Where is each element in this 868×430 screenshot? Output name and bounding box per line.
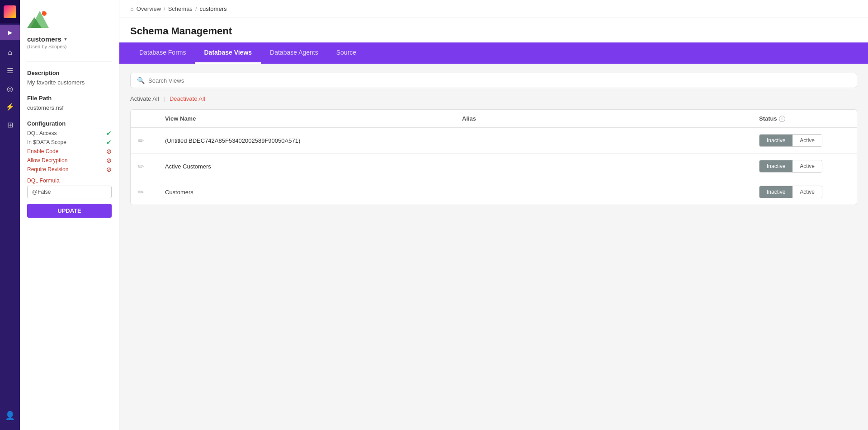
slash-icon-enable: ⊘ bbox=[106, 148, 112, 155]
view-name-row-1: (Untitled BDEC742A85F53402002589F90050A5… bbox=[165, 137, 462, 144]
dql-formula-label: DQL Formula bbox=[27, 178, 112, 184]
far-navigation: ▶ ⌂ ☰ ◎ ⚡ ⊞ 👤 bbox=[0, 0, 20, 430]
active-btn-row-2[interactable]: Active bbox=[793, 160, 822, 172]
inactive-btn-row-3[interactable]: Inactive bbox=[760, 186, 793, 198]
inactive-btn-row-2[interactable]: Inactive bbox=[760, 160, 793, 172]
grid-icon: ⊞ bbox=[7, 121, 13, 129]
slash-icon-decryption: ⊘ bbox=[106, 157, 112, 164]
config-allow-decryption: Allow Decryption ⊘ bbox=[27, 157, 112, 164]
breadcrumb-sep-2: / bbox=[195, 5, 197, 12]
status-toggle-row-3: Inactive Active bbox=[759, 186, 822, 198]
table-row: ✏ Active Customers Inactive Active bbox=[131, 154, 857, 179]
col-header-status: Status i bbox=[759, 115, 849, 122]
col-header-view-name: View Name bbox=[165, 115, 462, 122]
view-name-row-2: Active Customers bbox=[165, 163, 462, 170]
action-separator: | bbox=[164, 95, 165, 102]
breadcrumb-overview[interactable]: Overview bbox=[137, 5, 161, 12]
config-data-scope-label: In $DATA Scope bbox=[27, 139, 66, 145]
search-icon: 🔍 bbox=[137, 77, 145, 84]
left-sidebar: customers ▼ (Used by Scopes) Description… bbox=[20, 0, 119, 430]
schema-subtitle: (Used by Scopes) bbox=[27, 44, 112, 49]
tab-database-agents[interactable]: Database Agents bbox=[261, 42, 327, 64]
divider-1 bbox=[27, 61, 112, 61]
schema-icon bbox=[27, 7, 52, 33]
configuration-title: Configuration bbox=[27, 120, 112, 127]
tab-bar: Database Forms Database Views Database A… bbox=[119, 42, 868, 64]
active-btn-row-3[interactable]: Active bbox=[793, 186, 822, 198]
sidebar-item-home[interactable]: ⌂ bbox=[0, 43, 20, 61]
config-require-revision-label: Require Revision bbox=[27, 166, 68, 173]
circle-icon: ◎ bbox=[7, 84, 13, 93]
edit-icon-row-3[interactable]: ✏ bbox=[138, 188, 165, 196]
col-header-edit bbox=[138, 115, 165, 122]
home-breadcrumb-icon: ⌂ bbox=[130, 5, 134, 12]
edit-icon-row-1[interactable]: ✏ bbox=[138, 136, 165, 145]
sidebar-item-bolt[interactable]: ⚡ bbox=[0, 98, 20, 116]
schema-name: customers bbox=[27, 35, 61, 43]
config-allow-decryption-label: Allow Decryption bbox=[27, 157, 67, 164]
table-row: ✏ Customers Inactive Active bbox=[131, 179, 857, 205]
breadcrumb-schemas[interactable]: Schemas bbox=[168, 5, 193, 12]
config-dql-access-label: DQL Access bbox=[27, 130, 57, 136]
config-dql-access: DQL Access ✔ bbox=[27, 130, 112, 137]
breadcrumb: ⌂ Overview / Schemas / customers bbox=[119, 0, 868, 18]
table-header: View Name Alias Status i bbox=[131, 110, 857, 128]
edit-icon-row-2[interactable]: ✏ bbox=[138, 162, 165, 171]
nav-toggle-button[interactable]: ▶ bbox=[0, 25, 20, 40]
slash-icon-revision: ⊘ bbox=[106, 166, 112, 173]
config-enable-code-label: Enable Code bbox=[27, 148, 58, 154]
tab-source[interactable]: Source bbox=[327, 42, 365, 64]
logo-icon bbox=[4, 5, 16, 18]
user-account-button[interactable]: 👤 bbox=[0, 407, 20, 425]
app-logo[interactable] bbox=[0, 0, 20, 23]
sidebar-item-circle[interactable]: ◎ bbox=[0, 79, 20, 98]
inactive-btn-row-1[interactable]: Inactive bbox=[760, 135, 793, 146]
config-data-scope: In $DATA Scope ✔ bbox=[27, 139, 112, 146]
action-links: Activate All | Deactivate All bbox=[130, 95, 857, 102]
config-require-revision: Require Revision ⊘ bbox=[27, 166, 112, 173]
check-icon-dql: ✔ bbox=[106, 130, 112, 137]
config-enable-code: Enable Code ⊘ bbox=[27, 148, 112, 155]
file-path-value: customers.nsf bbox=[27, 104, 112, 111]
user-icon: 👤 bbox=[5, 411, 15, 421]
activate-all-link[interactable]: Activate All bbox=[130, 95, 159, 102]
status-toggle-row-2: Inactive Active bbox=[759, 160, 822, 173]
list-icon: ☰ bbox=[7, 66, 13, 75]
page-header: Schema Management bbox=[119, 18, 868, 42]
page-title: Schema Management bbox=[130, 25, 857, 37]
views-table: View Name Alias Status i ✏ (Untitled BDE… bbox=[130, 109, 857, 205]
description-title: Description bbox=[27, 70, 112, 76]
file-path-title: File Path bbox=[27, 95, 112, 102]
description-value: My favorite customers bbox=[27, 79, 112, 86]
view-name-row-3: Customers bbox=[165, 189, 462, 196]
check-icon-scope: ✔ bbox=[106, 139, 112, 146]
active-btn-row-1[interactable]: Active bbox=[793, 135, 822, 146]
update-button[interactable]: UPDATE bbox=[27, 204, 112, 218]
status-info-icon[interactable]: i bbox=[779, 116, 785, 122]
chevron-down-icon[interactable]: ▼ bbox=[63, 37, 68, 42]
status-label: Status bbox=[759, 115, 777, 122]
bolt-icon: ⚡ bbox=[5, 103, 14, 111]
home-icon: ⌂ bbox=[8, 48, 12, 56]
status-toggle-row-1: Inactive Active bbox=[759, 134, 822, 147]
search-input[interactable] bbox=[148, 77, 850, 84]
svg-rect-3 bbox=[42, 11, 43, 14]
deactivate-all-link[interactable]: Deactivate All bbox=[170, 95, 205, 102]
main-content: ⌂ Overview / Schemas / customers Schema … bbox=[119, 0, 868, 430]
search-container: 🔍 bbox=[130, 73, 857, 88]
breadcrumb-sep-1: / bbox=[164, 5, 165, 12]
schema-title-row: customers ▼ bbox=[27, 35, 112, 43]
sidebar-item-grid[interactable]: ⊞ bbox=[0, 116, 20, 134]
table-row: ✏ (Untitled BDEC742A85F53402002589F90050… bbox=[131, 128, 857, 154]
sidebar-item-list[interactable]: ☰ bbox=[0, 61, 20, 79]
dql-formula-input[interactable] bbox=[27, 186, 112, 198]
content-area: 🔍 Activate All | Deactivate All View Nam… bbox=[119, 64, 868, 430]
tab-database-forms[interactable]: Database Forms bbox=[130, 42, 195, 64]
tab-database-views[interactable]: Database Views bbox=[195, 42, 261, 64]
col-header-alias: Alias bbox=[462, 115, 759, 122]
breadcrumb-current: customers bbox=[200, 5, 227, 12]
